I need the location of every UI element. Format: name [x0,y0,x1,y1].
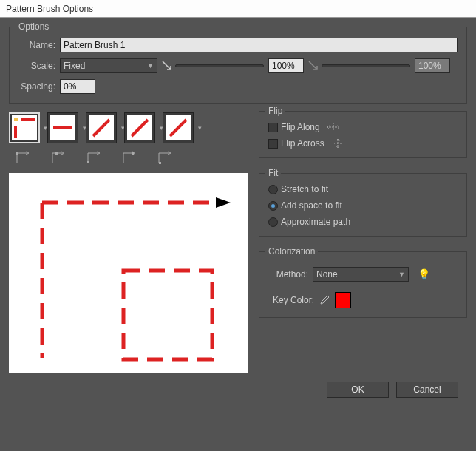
fit-stretch-row: Stretch to fit [268,184,458,194]
flip-along-label: Flip Along [281,122,320,132]
slider-handle-icon [162,61,172,71]
window-title: Pattern Brush Options [6,4,93,14]
scale-label: Scale: [18,61,55,71]
swatch-icon [12,115,37,140]
colorization-group-label: Colorization [265,246,318,257]
right-column: Flip Flip Along Flip Across F [259,111,467,373]
outer-corner-icon[interactable] [13,149,31,167]
dialog-buttons: OK Cancel [9,373,467,398]
spacing-input[interactable]: 0% [60,79,95,94]
eyedropper-icon[interactable] [319,294,330,306]
name-input[interactable] [60,38,458,52]
flip-along-checkbox[interactable] [268,123,278,132]
svg-marker-8 [216,197,231,208]
window-titlebar: Pattern Brush Options [0,0,476,18]
method-label: Method: [268,269,308,279]
flip-group-label: Flip [265,106,285,116]
slider-handle-icon [308,61,319,71]
method-row: Method: None ▼ 💡 [268,267,458,282]
fit-addspace-label: Add space to fit [281,200,342,211]
options-group-label: Options [16,21,52,32]
flip-across-icon [330,138,345,149]
lower-columns: Flip Flip Along Flip Across F [9,111,467,373]
tile-row [9,112,248,143]
svg-rect-3 [16,152,18,155]
tile-outer-corner[interactable] [9,112,40,143]
fit-approx-row: Approximate path [268,217,458,227]
fit-approx-label: Approximate path [281,217,350,227]
fit-addspace-row: Add space to fit [268,200,458,211]
scale-slider-2 [308,61,410,71]
svg-rect-5 [87,161,89,163]
ok-button[interactable]: OK [327,382,389,398]
svg-line-0 [93,120,109,136]
svg-line-1 [132,120,148,136]
swatch-icon [127,115,152,140]
colorization-group: Colorization Method: None ▼ 💡 Key Color: [259,251,467,318]
method-dropdown[interactable]: None ▼ [313,267,409,282]
method-value: None [316,269,338,279]
tile-start[interactable] [124,112,155,143]
fit-group-label: Fit [265,168,281,178]
keycolor-label: Key Color: [268,295,314,305]
flip-along-row: Flip Along [268,122,458,132]
keycolor-swatch[interactable] [335,292,351,308]
fit-approx-radio[interactable] [268,217,278,227]
brush-preview [9,173,248,373]
svg-rect-9 [123,271,212,359]
fit-stretch-label: Stretch to fit [281,184,328,194]
tile-section [9,111,248,169]
spacing-label: Spacing: [18,81,55,92]
left-column [9,111,248,373]
chevron-down-icon: ▼ [398,271,405,278]
cancel-button[interactable]: Cancel [396,382,458,398]
flip-across-row: Flip Across [268,138,458,149]
tile-end[interactable] [163,112,194,143]
slider-track [322,64,410,67]
svg-line-2 [170,120,186,136]
tile-inner-corner[interactable] [86,112,117,143]
start-tile-icon[interactable] [120,149,137,167]
swatch-icon [89,115,114,140]
tile-type-row [9,149,248,167]
tile-side[interactable] [47,112,78,143]
scale-mode-value: Fixed [64,61,85,71]
chevron-down-icon: ▼ [147,62,154,69]
end-tile-icon[interactable] [155,149,173,167]
flip-across-label: Flip Across [281,138,324,149]
swatch-icon [166,115,191,140]
swatch-icon [50,115,75,140]
slider-track[interactable] [175,64,264,67]
spacing-row: Spacing: 0% [18,79,458,94]
inner-corner-icon[interactable] [84,149,102,167]
svg-rect-6 [132,152,134,155]
scale-slider-1[interactable] [162,61,264,71]
fit-stretch-radio[interactable] [268,185,278,194]
flip-group: Flip Flip Along Flip Across [259,111,467,158]
scale-value-1[interactable]: 100% [268,58,304,73]
svg-rect-4 [55,152,58,155]
options-group: Options Name: Scale: Fixed ▼ 100% [9,27,467,104]
fit-group: Fit Stretch to fit Add space to fit Appr… [259,173,467,237]
flip-across-checkbox[interactable] [268,139,278,149]
keycolor-row: Key Color: [268,292,458,308]
fit-addspace-radio[interactable] [268,201,278,211]
scale-value-2: 100% [415,58,450,73]
tips-icon[interactable]: 💡 [418,268,430,280]
scale-row: Scale: Fixed ▼ 100% 100% [18,58,458,73]
side-tile-icon[interactable] [49,149,67,167]
flip-along-icon [326,122,341,132]
svg-rect-7 [159,162,161,164]
scale-mode-dropdown[interactable]: Fixed ▼ [60,58,157,73]
name-row: Name: [18,38,458,52]
name-label: Name: [18,40,55,50]
dialog-content: Options Name: Scale: Fixed ▼ 100% [0,18,476,407]
